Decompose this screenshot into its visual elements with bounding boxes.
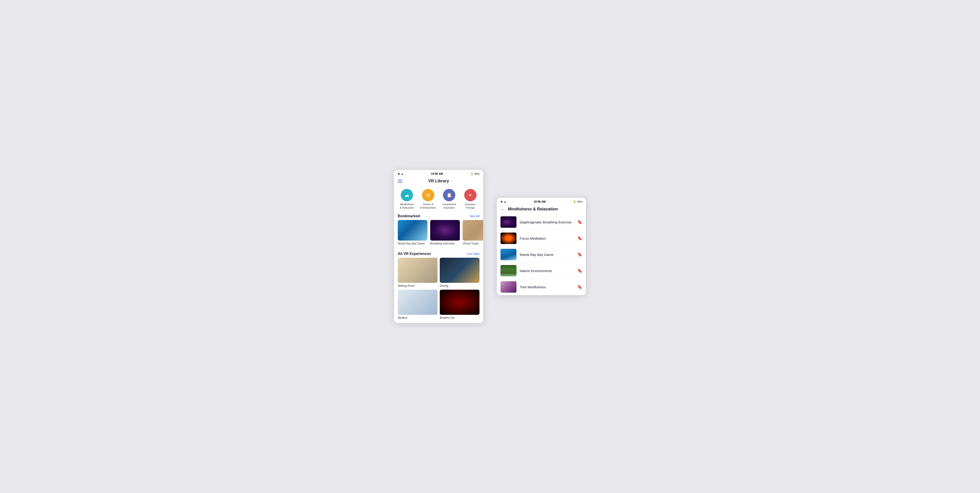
wifi-icon: ▲	[401, 172, 404, 175]
battery-icon: 🔋	[470, 172, 474, 176]
category-exposure[interactable]: ✳ ExposureTherapy	[461, 189, 479, 209]
right-phone: ✱ ▲ 10:56 AM 🔋 40% ← Mindfulness & Relax…	[497, 198, 586, 295]
bookmark-card-2[interactable]: Virtual Travel	[463, 220, 483, 245]
bookmark-filled-icon-3[interactable]: 🔖	[577, 268, 582, 273]
bluetooth-icon: ✱	[398, 172, 400, 176]
bookmarked-header: Bookmarked See All	[394, 211, 483, 220]
bookmark-card-0[interactable]: Manta Ray Bay Game	[398, 220, 428, 245]
vr-thumb-2	[398, 290, 438, 315]
battery-icon-right: 🔋	[573, 200, 576, 203]
time-left: 10:56 AM	[431, 172, 443, 176]
list-thumb-4	[501, 281, 517, 293]
detail-title: Mindfulness & Relaxation	[508, 207, 558, 212]
vr-label-0: Waiting Room	[398, 284, 438, 287]
allvr-header: All VR Experiences List View	[394, 249, 483, 258]
category-education[interactable]: 📋 ExperientialEducation	[440, 189, 458, 209]
mindfulness-label: Mindfulness& Relaxation	[400, 203, 414, 209]
list-thumb-0	[501, 216, 517, 228]
bookmark-label-2: Virtual Travel	[463, 242, 483, 245]
vr-label-1: Driving	[440, 284, 479, 287]
list-thumb-2	[501, 249, 517, 260]
detail-header: ← Mindfulness & Relaxation	[497, 205, 586, 214]
battery-left: 🔋 40%	[470, 172, 479, 176]
vr-card-3[interactable]: Breathe Out	[440, 290, 479, 319]
allvr-title: All VR Experiences	[398, 252, 431, 256]
education-icon: 📋	[443, 189, 455, 201]
bookmark-filled-icon-0[interactable]: 🔖	[577, 220, 582, 225]
vr-card-1[interactable]: Driving	[440, 258, 479, 287]
vr-card-2[interactable]: Medical	[398, 290, 438, 319]
bookmark-outline-icon-1[interactable]: 🔖	[577, 236, 582, 241]
list-label-0: Diaphragmatic Breathing Exercise	[520, 220, 575, 224]
list-item-3[interactable]: Nature Environments 🔖	[497, 263, 586, 279]
bookmark-label-0: Manta Ray Bay Game	[398, 242, 428, 245]
category-mindfulness[interactable]: ☁ Mindfulness& Relaxation	[398, 189, 416, 209]
hamburger-menu[interactable]	[398, 180, 402, 183]
vr-thumb-3	[440, 290, 479, 315]
exposure-icon: ✳	[464, 189, 477, 201]
wifi-icon-right: ▲	[504, 200, 506, 203]
list-label-4: Tree Mindfulness	[520, 285, 575, 289]
bookmark-outline-icon-2[interactable]: 🔖	[577, 252, 582, 257]
list-item-4[interactable]: Tree Mindfulness 🔖	[497, 279, 586, 295]
battery-percent-right: 40%	[577, 200, 582, 203]
list-thumb-3	[501, 265, 517, 276]
bookmarked-scroll: Manta Ray Bay Game Breathing Exercises V…	[394, 220, 483, 248]
list-item-2[interactable]: Manta Ray Bay Game 🔖	[497, 247, 586, 263]
list-label-1: Focus Meditation	[520, 236, 575, 240]
app-title: VR Library	[428, 179, 449, 183]
status-bar-left: ✱ ▲ 10:56 AM 🔋 40%	[394, 170, 483, 177]
status-left-right: ✱ ▲	[501, 200, 506, 203]
bluetooth-icon-right: ✱	[501, 200, 503, 203]
bookmark-thumb-2	[463, 220, 483, 241]
list-item-1[interactable]: Focus Meditation 🔖	[497, 230, 586, 247]
vr-label-2: Medical	[398, 316, 438, 319]
bookmark-thumb-0	[398, 220, 428, 241]
see-all-button[interactable]: See All	[469, 214, 479, 218]
app-header: VR Library	[394, 177, 483, 186]
vr-grid: Waiting Room Driving Medical Breathe Out	[394, 258, 483, 323]
time-right: 10:56 AM	[534, 200, 546, 203]
vr-card-0[interactable]: Waiting Room	[398, 258, 438, 287]
exposure-label: ExposureTherapy	[465, 203, 476, 209]
list-item-0[interactable]: Diaphragmatic Breathing Exercise 🔖	[497, 214, 586, 230]
status-bar-right: ✱ ▲ 10:56 AM 🔋 40%	[497, 198, 586, 205]
vr-label-3: Breathe Out	[440, 316, 479, 319]
status-left: ✱ ▲	[398, 172, 404, 176]
list-view-button[interactable]: List View	[467, 252, 479, 256]
bookmark-card-1[interactable]: Breathing Exercises	[430, 220, 460, 245]
games-label: Games &Entertainment	[420, 203, 436, 209]
left-phone: ✱ ▲ 10:56 AM 🔋 40% VR Library ☁ Mindfuln…	[394, 170, 483, 323]
bookmarked-title: Bookmarked	[398, 214, 420, 218]
vr-thumb-1	[440, 258, 479, 283]
bookmark-label-1: Breathing Exercises	[430, 242, 460, 245]
category-games[interactable]: ⚙ Games &Entertainment	[419, 189, 437, 209]
games-icon: ⚙	[422, 189, 434, 201]
mindfulness-icon: ☁	[401, 189, 413, 201]
list-thumb-1	[501, 233, 517, 244]
battery-percent-left: 40%	[474, 172, 479, 175]
list-label-2: Manta Ray Bay Game	[520, 253, 575, 257]
list-label-3: Nature Environments	[520, 269, 575, 273]
categories-row: ☁ Mindfulness& Relaxation ⚙ Games &Enter…	[394, 186, 483, 211]
bookmark-outline-icon-4[interactable]: 🔖	[577, 284, 582, 289]
vr-thumb-0	[398, 258, 438, 283]
education-label: ExperientialEducation	[443, 203, 456, 209]
bookmark-thumb-1	[430, 220, 460, 241]
back-button[interactable]: ←	[501, 206, 505, 212]
battery-right: 🔋 40%	[573, 200, 582, 203]
